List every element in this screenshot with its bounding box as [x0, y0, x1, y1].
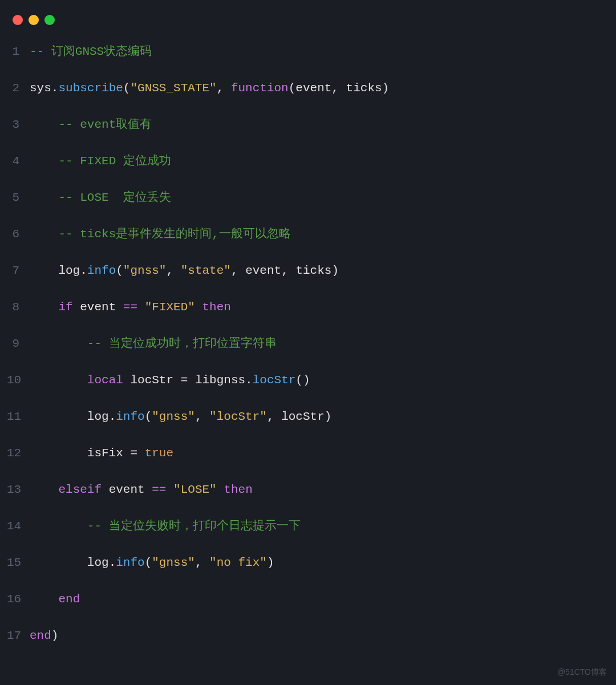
code-line[interactable]: 14 -- 当定位失败时，打印个日志提示一下	[7, 517, 609, 553]
code-token: "no fix"	[209, 556, 267, 569]
code-token: (	[116, 264, 123, 277]
code-token: (	[145, 556, 152, 569]
code-token: event	[245, 264, 281, 277]
code-token: ticks	[295, 264, 331, 277]
line-content: log.info("gnss", "state", event, ticks)	[30, 261, 339, 281]
code-token: )	[51, 629, 59, 642]
line-number: 17	[7, 626, 30, 646]
code-token: ,	[217, 82, 231, 95]
line-content: -- FIXED 定位成功	[30, 152, 171, 171]
line-content: -- 订阅GNSS状态编码	[30, 42, 152, 62]
code-token: event	[295, 82, 331, 95]
code-token: end	[58, 593, 80, 606]
code-token: sys	[30, 82, 51, 95]
line-number: 15	[7, 553, 30, 573]
maximize-icon[interactable]	[44, 15, 55, 25]
code-token: ,	[195, 556, 209, 569]
code-line[interactable]: 10 local locStr = libgnss.locStr()	[7, 371, 609, 407]
code-token	[30, 118, 58, 131]
code-token: info	[116, 556, 144, 569]
code-line[interactable]: 3 -- event取值有	[7, 115, 609, 152]
code-token	[30, 337, 87, 350]
code-token: "gnss"	[152, 410, 195, 423]
code-line[interactable]: 9 -- 当定位成功时，打印位置字符串	[7, 334, 609, 371]
code-token: ,	[166, 264, 180, 277]
code-token: elseif	[58, 483, 102, 496]
code-line[interactable]: 17end)	[7, 626, 609, 663]
code-line[interactable]: 7 log.info("gnss", "state", event, ticks…	[7, 261, 609, 298]
code-line[interactable]: 1-- 订阅GNSS状态编码	[7, 42, 609, 79]
code-token	[195, 301, 202, 314]
line-content: elseif event == "LOSE" then	[30, 480, 253, 500]
close-icon[interactable]	[13, 15, 23, 25]
watermark: @51CTO博客	[557, 666, 607, 678]
line-number: 1	[7, 42, 30, 62]
line-number: 5	[7, 188, 30, 208]
line-content: end	[30, 590, 80, 609]
code-token: .	[51, 82, 59, 95]
code-token: locStr	[281, 410, 325, 423]
code-token: )	[331, 264, 339, 277]
code-line[interactable]: 5 -- LOSE 定位丢失	[7, 188, 609, 225]
code-token: ()	[295, 374, 310, 387]
line-content: sys.subscribe("GNSS_STATE", function(eve…	[30, 79, 389, 98]
code-token: (	[123, 82, 131, 95]
code-token: .	[245, 374, 253, 387]
code-token: local	[87, 374, 123, 387]
code-line[interactable]: 6 -- ticks是事件发生的时间,一般可以忽略	[7, 225, 609, 261]
code-token: "gnss"	[152, 556, 195, 569]
code-line[interactable]: 15 log.info("gnss", "no fix")	[7, 553, 609, 590]
code-token: "FIXED"	[145, 301, 195, 314]
minimize-icon[interactable]	[29, 15, 39, 25]
code-token: -- LOSE 定位丢失	[58, 191, 171, 204]
code-token: true	[145, 447, 173, 460]
line-number: 4	[7, 152, 30, 171]
line-content: log.info("gnss", "locStr", locStr)	[30, 407, 331, 427]
code-token: event	[102, 483, 152, 496]
code-token	[30, 593, 58, 606]
code-line[interactable]: 13 elseif event == "LOSE" then	[7, 480, 609, 517]
code-token: .	[80, 264, 87, 277]
code-window: 1-- 订阅GNSS状态编码2sys.subscribe("GNSS_STATE…	[0, 10, 616, 685]
code-token: info	[116, 410, 144, 423]
code-token: -- 当定位成功时，打印位置字符串	[87, 337, 277, 350]
line-number: 6	[7, 225, 30, 244]
code-token: function	[231, 82, 289, 95]
line-content: local locStr = libgnss.locStr()	[30, 371, 310, 390]
code-token: info	[87, 264, 116, 277]
code-token: "state"	[181, 264, 231, 277]
line-content: -- 当定位成功时，打印位置字符串	[30, 334, 277, 354]
code-token: ,	[195, 410, 209, 423]
code-token: )	[267, 556, 274, 569]
code-token: =	[181, 374, 188, 387]
code-token: ,	[231, 264, 245, 277]
code-token: =	[130, 447, 137, 460]
code-token: end	[30, 629, 51, 642]
code-line[interactable]: 2sys.subscribe("GNSS_STATE", function(ev…	[7, 79, 609, 115]
code-token: log	[30, 556, 109, 569]
line-content: if event == "FIXED" then	[30, 298, 231, 317]
code-line[interactable]: 11 log.info("gnss", "locStr", locStr)	[7, 407, 609, 444]
code-line[interactable]: 4 -- FIXED 定位成功	[7, 152, 609, 188]
code-token: then	[202, 301, 231, 314]
code-line[interactable]: 8 if event == "FIXED" then	[7, 298, 609, 334]
code-token: locStr	[123, 374, 181, 387]
code-token: (	[145, 410, 152, 423]
code-token: ==	[123, 301, 137, 314]
line-number: 9	[7, 334, 30, 354]
line-number: 2	[7, 79, 30, 98]
traffic-lights	[0, 10, 616, 39]
code-token: subscribe	[58, 82, 123, 95]
code-token	[137, 447, 145, 460]
code-line[interactable]: 12 isFix = true	[7, 444, 609, 480]
code-line[interactable]: 16 end	[7, 590, 609, 626]
code-token: )	[325, 410, 332, 423]
code-token: ticks	[346, 82, 382, 95]
code-token: "GNSS_STATE"	[130, 82, 216, 95]
code-token: (	[289, 82, 296, 95]
code-token: if	[58, 301, 72, 314]
code-token: .	[109, 410, 116, 423]
code-editor[interactable]: 1-- 订阅GNSS状态编码2sys.subscribe("GNSS_STATE…	[0, 39, 616, 685]
code-token: locStr	[253, 374, 296, 387]
code-token: "gnss"	[123, 264, 167, 277]
